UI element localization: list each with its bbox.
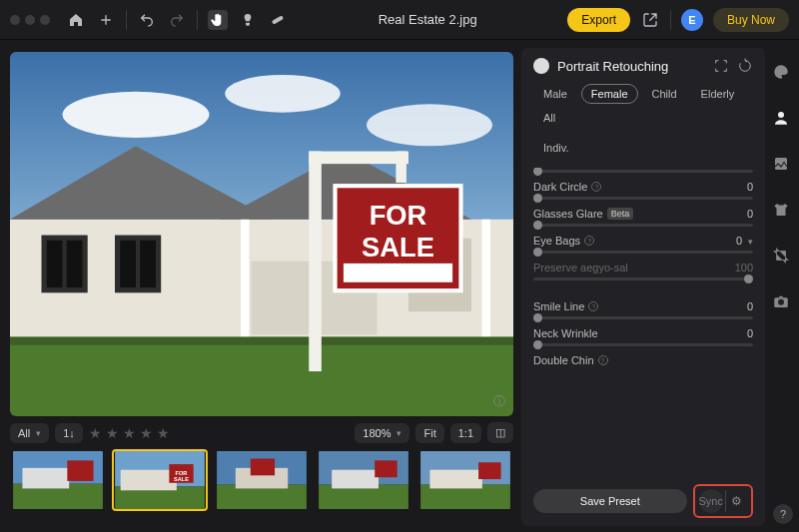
tab-elderly[interactable]: Elderly	[691, 84, 745, 104]
svg-rect-0	[272, 15, 284, 24]
reset-icon[interactable]	[737, 58, 753, 74]
sync-settings-icon[interactable]: ⚙	[725, 490, 747, 512]
svg-rect-39	[121, 470, 177, 491]
slider-smile-line[interactable]: Smile Line?0	[533, 300, 753, 319]
filter-dropdown[interactable]: All▾	[10, 423, 49, 443]
panel-title: Portrait Retouching	[557, 59, 705, 74]
buy-now-button[interactable]: Buy Now	[713, 8, 789, 32]
svg-rect-27	[309, 152, 408, 165]
tab-child[interactable]: Child	[642, 84, 687, 104]
image-info-icon[interactable]: ⓘ	[493, 393, 505, 410]
sync-button[interactable]: Sync	[699, 489, 723, 513]
add-icon[interactable]	[96, 10, 116, 30]
svg-rect-32	[344, 264, 452, 282]
svg-point-3	[778, 112, 784, 118]
svg-rect-22	[241, 220, 249, 345]
svg-rect-50	[375, 460, 397, 477]
save-preset-button[interactable]: Save Preset	[533, 489, 687, 513]
face-detect-icon[interactable]	[713, 58, 729, 74]
topbar: Real Estate 2.jpg Export E Buy Now	[0, 0, 799, 40]
tab-indiv[interactable]: Indiv.	[533, 138, 578, 158]
undo-icon[interactable]	[137, 10, 157, 30]
svg-rect-23	[482, 220, 490, 345]
svg-rect-16	[67, 241, 83, 287]
svg-point-6	[778, 299, 784, 305]
slider-top[interactable]	[533, 168, 753, 173]
thumbnail[interactable]	[10, 449, 106, 511]
main-image[interactable]: FOR SALE ⓘ	[10, 52, 513, 416]
svg-rect-25	[10, 336, 513, 344]
redo-icon[interactable]	[167, 10, 187, 30]
tab-all[interactable]: All	[533, 108, 565, 128]
slider-eye-bags[interactable]: Eye Bags?0▾	[533, 235, 753, 254]
file-title: Real Estate 2.jpg	[298, 12, 557, 27]
fit-button[interactable]: Fit	[415, 423, 443, 443]
crop-icon[interactable]	[771, 246, 791, 266]
svg-text:SALE: SALE	[174, 476, 189, 482]
help-button[interactable]: ?	[773, 504, 793, 524]
svg-rect-35	[22, 468, 69, 489]
svg-rect-46	[251, 458, 275, 475]
background-icon[interactable]	[771, 154, 791, 174]
traffic-close[interactable]	[10, 15, 20, 25]
tab-female[interactable]: Female	[581, 84, 638, 104]
share-icon[interactable]	[640, 10, 660, 30]
camera-icon[interactable]	[771, 291, 791, 311]
face-icon	[533, 58, 549, 74]
sort-dropdown[interactable]: 1↓	[55, 423, 83, 443]
export-button[interactable]: Export	[567, 8, 630, 32]
adjustment-panel: Portrait Retouching Male Female Child El…	[521, 48, 765, 526]
palette-icon[interactable]	[771, 62, 791, 82]
zoom-dropdown[interactable]: 180%▾	[355, 423, 409, 443]
svg-rect-24	[10, 340, 513, 416]
traffic-max[interactable]	[40, 15, 50, 25]
svg-rect-49	[332, 470, 379, 489]
clothing-icon[interactable]	[771, 200, 791, 220]
thumbnail[interactable]	[417, 449, 513, 511]
slider-glasses-glare[interactable]: Glasses GlareBeta0	[533, 208, 753, 227]
viewer-area: FOR SALE ⓘ All▾ 1↓ ★★★★★ 180%▾ Fit	[10, 48, 513, 526]
thumbnail-strip: FORSALE	[10, 449, 513, 511]
svg-text:FOR: FOR	[370, 200, 427, 231]
svg-rect-54	[478, 462, 500, 479]
thumbnail[interactable]	[214, 449, 310, 511]
portrait-icon[interactable]	[771, 108, 791, 128]
tab-male[interactable]: Male	[533, 84, 577, 104]
svg-rect-15	[47, 241, 63, 287]
one-to-one-button[interactable]: 1:1	[450, 423, 481, 443]
svg-rect-26	[309, 152, 322, 371]
rating-stars[interactable]: ★★★★★	[89, 425, 170, 441]
slider-dark-circle[interactable]: Dark Circle?0	[533, 181, 753, 200]
patch-icon[interactable]	[268, 10, 288, 30]
gender-tabs: Male Female Child Elderly All	[533, 84, 753, 128]
slider-preserve-aegyo[interactable]: Preserve aegyo-sal100	[533, 262, 753, 280]
compare-icon[interactable]: ◫	[487, 422, 513, 443]
thumbnail[interactable]: FORSALE	[112, 449, 208, 511]
svg-point-9	[225, 75, 341, 113]
user-avatar[interactable]: E	[681, 9, 703, 31]
window-controls	[10, 15, 50, 25]
hand-tool-icon[interactable]	[208, 10, 228, 30]
svg-rect-19	[140, 241, 156, 287]
slider-neck-wrinkle[interactable]: Neck Wrinkle0	[533, 327, 753, 346]
thumbnail[interactable]	[316, 449, 411, 511]
svg-point-8	[63, 92, 210, 138]
slider-list: Dark Circle?0 Glasses GlareBeta0 Eye Bag…	[533, 168, 753, 476]
traffic-min[interactable]	[25, 15, 35, 25]
svg-rect-36	[67, 460, 93, 481]
brush-icon[interactable]	[238, 10, 258, 30]
slider-double-chin[interactable]: Double Chin?	[533, 354, 753, 366]
filmstrip: All▾ 1↓ ★★★★★ 180%▾ Fit 1:1 ◫ FORSALE	[10, 422, 513, 526]
svg-point-10	[367, 104, 492, 146]
svg-rect-28	[396, 152, 406, 184]
svg-text:SALE: SALE	[362, 232, 434, 263]
sync-highlight: Sync ⚙	[693, 484, 753, 518]
home-icon[interactable]	[66, 10, 86, 30]
svg-rect-53	[429, 470, 481, 489]
right-tool-rail	[767, 52, 795, 311]
svg-rect-18	[120, 241, 136, 287]
